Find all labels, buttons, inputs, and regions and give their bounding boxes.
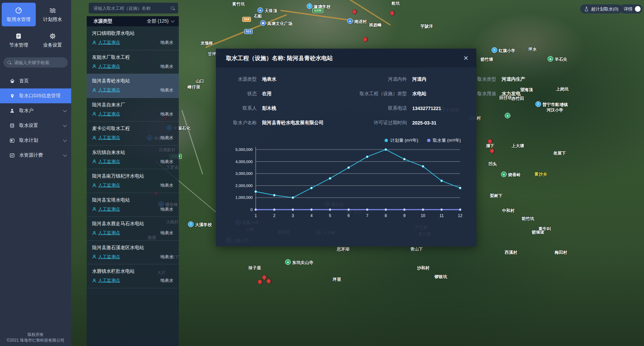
sidebar-item-5[interactable]: 取水计划 bbox=[0, 133, 71, 148]
poi-marker-icon[interactable]: ▣ bbox=[260, 20, 266, 26]
map-label: 上岗坑 bbox=[556, 86, 569, 92]
list-item[interactable]: 陆河县自来水厂人工监测点地表水 bbox=[87, 98, 179, 122]
poi-marker-icon[interactable]: ▲ bbox=[501, 171, 507, 177]
list-item[interactable]: 陆河县南万镇杞洋水电站人工监测点地表水 bbox=[87, 169, 179, 193]
list-item[interactable]: 友能水厂取水工程人工监测点地表水 bbox=[87, 50, 179, 74]
map-label: 大溪学校 bbox=[195, 222, 212, 228]
manual-monitor-link[interactable]: 人工监测点 bbox=[92, 63, 120, 70]
map-label: 凹头 bbox=[488, 161, 497, 167]
red-pin-marker[interactable] bbox=[261, 274, 267, 280]
svg-text:2,000,000: 2,000,000 bbox=[235, 184, 253, 188]
field-label: 取水工程（设施）类型 bbox=[338, 91, 412, 97]
poi-marker-icon[interactable]: ▲ bbox=[257, 7, 263, 13]
toggle-knob[interactable] bbox=[635, 6, 641, 12]
menu-label: 取水计划 bbox=[19, 137, 38, 143]
road-badge: S19 bbox=[242, 17, 251, 22]
svg-text:3,000,000: 3,000,000 bbox=[235, 171, 253, 176]
sidebar-tile-3[interactable]: 节水管理 bbox=[2, 28, 36, 52]
field-value: 在用 bbox=[262, 91, 338, 97]
manual-monitor-link[interactable]: 人工监测点 bbox=[92, 230, 120, 236]
school-marker-icon[interactable]: 文 bbox=[535, 101, 541, 107]
poi-marker-icon[interactable]: ▲ bbox=[548, 56, 553, 62]
sidebar: 取用水管理计划用水节水管理业务设置 首页取水口GIS信息管理取水户取水设置取水计… bbox=[0, 0, 71, 346]
over-plan-intake-button[interactable]: 超计划取水(0) bbox=[580, 4, 622, 14]
sidebar-item-1[interactable]: 首页 bbox=[0, 74, 71, 88]
sidebar-tile-4[interactable]: 业务设置 bbox=[36, 28, 70, 52]
map-label: 黄牛叫 bbox=[538, 226, 551, 232]
list-item[interactable]: 东坑镇自来水站人工监测点地表水 bbox=[87, 145, 179, 169]
close-icon[interactable]: × bbox=[464, 55, 468, 61]
manual-monitor-link[interactable]: 人工监测点 bbox=[92, 182, 120, 188]
list-item[interactable]: 陆河县宝塔水电站人工监测点地表水 bbox=[87, 193, 179, 217]
svg-text:2: 2 bbox=[273, 213, 276, 218]
sidebar-tile-1[interactable]: 取用水管理 bbox=[2, 3, 36, 26]
sidebar-tile-2[interactable]: 计划用水 bbox=[36, 3, 70, 26]
field-label: 取水类型 bbox=[454, 76, 502, 82]
field-label: 许可证过期时间 bbox=[338, 120, 412, 126]
sidebar-search-input[interactable] bbox=[13, 60, 64, 65]
list-item[interactable]: 河口镇唱歌潭水电站人工监测点地表水 bbox=[87, 26, 179, 50]
school-marker-icon[interactable]: 文 bbox=[492, 47, 497, 53]
item-name: 陆河县青砼水电站 bbox=[92, 78, 173, 84]
detail-toggle[interactable]: 详情 bbox=[620, 4, 642, 14]
poi-marker-icon[interactable]: ▲ bbox=[285, 259, 291, 265]
sidebar-item-4[interactable]: 取水设置 bbox=[0, 118, 71, 133]
source-type-filter[interactable]: 全部 (125) bbox=[147, 18, 174, 24]
detail-toggle-label: 详情 bbox=[624, 6, 633, 12]
list-item[interactable]: 陆河县水唇走马石水电站人工监测点地表水 bbox=[87, 217, 179, 241]
list-item[interactable]: 麦卡公司取水工程人工监测点地表水 bbox=[87, 122, 179, 145]
menu-label: 水资源计费 bbox=[19, 152, 43, 158]
list-item[interactable]: 水唇镇水栏肚水电站人工监测点地表水 bbox=[87, 264, 179, 288]
school-marker-icon[interactable]: 文 bbox=[188, 221, 194, 227]
map-label: 石船 bbox=[254, 14, 262, 19]
manual-monitor-link[interactable]: 人工监测点 bbox=[92, 135, 120, 141]
red-pin-marker[interactable] bbox=[351, 8, 357, 15]
person-icon bbox=[92, 231, 96, 235]
poi-marker-icon[interactable]: ▲ bbox=[505, 113, 510, 118]
svg-text:10: 10 bbox=[421, 213, 425, 218]
manual-monitor-link[interactable]: 人工监测点 bbox=[92, 206, 120, 212]
road-badge: 513 bbox=[244, 29, 253, 34]
school-marker-icon[interactable]: 文 bbox=[307, 3, 312, 9]
svg-text:3: 3 bbox=[292, 213, 294, 218]
red-pin-marker[interactable] bbox=[265, 278, 272, 284]
map-label: 红旗小学 bbox=[499, 48, 515, 54]
water-source-type: 地表水 bbox=[160, 39, 173, 46]
map-label: 普宁市船埔镇 bbox=[542, 102, 568, 108]
item-name: 友能水厂取水工程 bbox=[92, 54, 173, 60]
manual-monitor-link[interactable]: 人工监测点 bbox=[92, 254, 120, 260]
sidebar-search[interactable] bbox=[3, 57, 68, 68]
gear-icon bbox=[49, 32, 56, 40]
tile-label: 取用水管理 bbox=[7, 17, 30, 23]
manual-monitor-link[interactable]: 人工监测点 bbox=[92, 159, 120, 165]
map-label: 箭竹塘 bbox=[480, 57, 493, 62]
red-pin-marker[interactable] bbox=[257, 278, 263, 285]
manual-monitor-link[interactable]: 人工监测点 bbox=[92, 87, 120, 93]
sidebar-item-3[interactable]: 取水户 bbox=[0, 103, 71, 118]
menu-label: 取水设置 bbox=[19, 123, 38, 129]
item-name: 陆河县激石溪老区水电站 bbox=[92, 245, 173, 251]
road-badge: G235 bbox=[312, 8, 323, 13]
legend-item[interactable]: 取水量 (m³/年) bbox=[427, 137, 461, 143]
person-icon bbox=[92, 278, 96, 283]
red-pin-marker[interactable] bbox=[362, 36, 368, 42]
flask-icon bbox=[584, 7, 589, 11]
card-icon bbox=[9, 138, 15, 143]
water-source-type: 地表水 bbox=[160, 135, 173, 141]
sidebar-item-6[interactable]: 水资源计费 bbox=[0, 148, 71, 163]
project-search[interactable] bbox=[89, 3, 178, 14]
red-pin-marker[interactable] bbox=[389, 10, 395, 16]
map-label: 老屋下 bbox=[553, 151, 566, 156]
manual-monitor-link[interactable]: 人工监测点 bbox=[92, 277, 120, 284]
list-item[interactable]: 陆河县青砼水电站人工监测点地表水 bbox=[87, 74, 179, 98]
map-label: 青山下 bbox=[410, 246, 423, 252]
legend-item[interactable]: 计划量 (m³/年) bbox=[385, 137, 418, 143]
poi-marker-icon[interactable]: ▲ bbox=[347, 18, 353, 24]
field-label: 状态 bbox=[227, 91, 262, 97]
list-item[interactable]: 陆河县激石溪老区水电站人工监测点地表水 bbox=[87, 241, 179, 265]
person-icon bbox=[92, 64, 96, 69]
project-search-input[interactable] bbox=[93, 5, 168, 11]
manual-monitor-link[interactable]: 人工监测点 bbox=[92, 39, 120, 46]
manual-monitor-link[interactable]: 人工监测点 bbox=[92, 111, 120, 117]
sidebar-item-2[interactable]: 取水口GIS信息管理 bbox=[0, 88, 71, 103]
